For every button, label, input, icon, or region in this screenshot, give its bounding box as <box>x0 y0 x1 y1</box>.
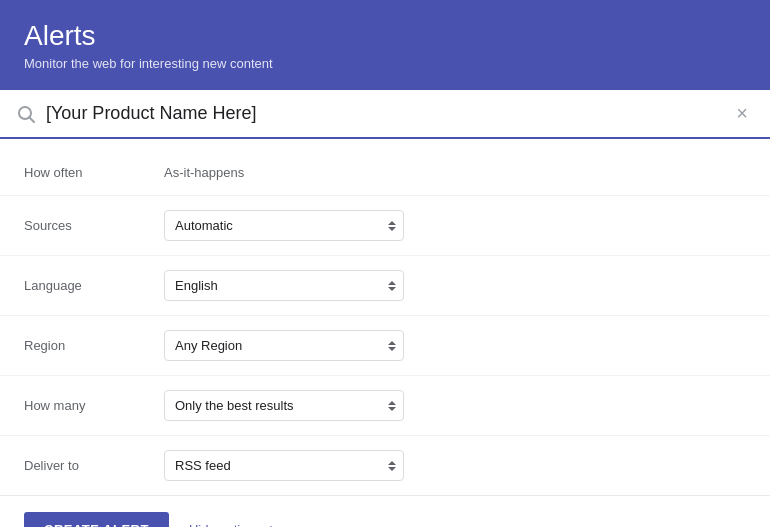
how-many-select[interactable]: Only the best results All results <box>164 390 404 421</box>
page-header: Alerts Monitor the web for interesting n… <box>0 0 770 90</box>
language-label: Language <box>24 278 164 293</box>
deliver-to-label: Deliver to <box>24 458 164 473</box>
sources-select[interactable]: Automatic News Blogs Web Video Books Dis… <box>164 210 404 241</box>
page-subtitle: Monitor the web for interesting new cont… <box>24 56 746 71</box>
how-often-value: As-it-happens <box>164 163 746 181</box>
how-often-label: How often <box>24 165 164 180</box>
language-row: Language English Spanish French German C… <box>0 256 770 316</box>
how-many-label: How many <box>24 398 164 413</box>
language-select[interactable]: English Spanish French German Chinese Ja… <box>164 270 404 301</box>
search-input[interactable] <box>46 103 730 124</box>
deliver-to-row: Deliver to RSS feed email@example.com <box>0 436 770 495</box>
how-many-select-wrapper: Only the best results All results <box>164 390 404 421</box>
create-alert-button[interactable]: CREATE ALERT <box>24 512 169 527</box>
region-select-wrapper: Any Region United States United Kingdom … <box>164 330 404 361</box>
clear-search-button[interactable]: × <box>730 100 754 127</box>
region-row: Region Any Region United States United K… <box>0 316 770 376</box>
how-many-row: How many Only the best results All resul… <box>0 376 770 436</box>
region-select[interactable]: Any Region United States United Kingdom … <box>164 330 404 361</box>
options-form: How often As-it-happens Sources Automati… <box>0 139 770 495</box>
how-often-text: As-it-happens <box>164 165 244 180</box>
search-icon <box>16 104 36 124</box>
sources-label: Sources <box>24 218 164 233</box>
deliver-to-select-wrapper: RSS feed email@example.com <box>164 450 404 481</box>
region-label: Region <box>24 338 164 353</box>
sources-select-wrapper: Automatic News Blogs Web Video Books Dis… <box>164 210 404 241</box>
language-select-wrapper: English Spanish French German Chinese Ja… <box>164 270 404 301</box>
hide-options-label: Hide options <box>189 522 261 527</box>
page-title: Alerts <box>24 19 746 53</box>
deliver-to-select[interactable]: RSS feed email@example.com <box>164 450 404 481</box>
svg-line-1 <box>30 117 35 122</box>
search-bar: × <box>0 90 770 139</box>
how-often-row: How often As-it-happens <box>0 149 770 196</box>
hide-options-button[interactable]: Hide options <box>189 522 276 527</box>
sources-row: Sources Automatic News Blogs Web Video B… <box>0 196 770 256</box>
form-footer: CREATE ALERT Hide options <box>0 495 770 527</box>
